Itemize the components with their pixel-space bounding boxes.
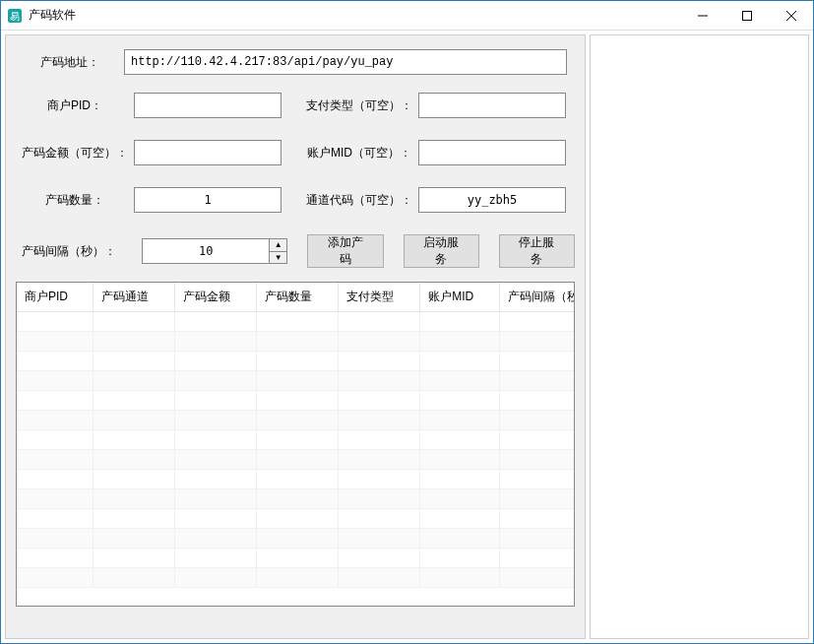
table-cell xyxy=(17,470,93,489)
table-cell xyxy=(420,352,500,371)
merchant-pid-input[interactable] xyxy=(134,93,282,118)
spinner-down-icon[interactable]: ▼ xyxy=(270,252,286,264)
table-cell xyxy=(499,489,574,509)
table-cell xyxy=(17,391,93,411)
table-cell xyxy=(93,548,174,568)
table-cell xyxy=(174,332,256,352)
channel-code-label: 通道代码（可空）： xyxy=(300,192,418,209)
column-header[interactable]: 商户PID xyxy=(17,283,93,312)
column-header[interactable]: 产码金额 xyxy=(174,283,256,312)
table-cell xyxy=(17,568,93,588)
table-cell xyxy=(499,509,574,529)
table-cell xyxy=(174,509,256,529)
table-cell xyxy=(174,430,256,450)
table-row[interactable] xyxy=(17,391,574,411)
svg-text:易: 易 xyxy=(10,11,20,22)
table-row[interactable] xyxy=(17,332,574,352)
table-cell xyxy=(499,312,574,332)
stop-button[interactable]: 停止服务 xyxy=(499,234,575,268)
table-cell xyxy=(17,529,93,548)
pay-type-input[interactable] xyxy=(418,93,566,118)
table-cell xyxy=(257,450,339,470)
table-cell xyxy=(420,450,500,470)
start-button[interactable]: 启动服务 xyxy=(404,234,479,268)
table-cell xyxy=(420,529,500,548)
table-cell xyxy=(420,371,500,391)
close-button[interactable] xyxy=(769,1,813,31)
table-row[interactable] xyxy=(17,352,574,371)
table-scroll[interactable]: 商户PID产码通道产码金额产码数量支付类型账户MID产码间隔（秒） xyxy=(17,283,574,606)
titlebar: 易 产码软件 xyxy=(1,1,813,31)
spinner-up-icon[interactable]: ▲ xyxy=(270,239,286,252)
table-cell xyxy=(339,352,420,371)
table-cell xyxy=(339,529,420,548)
table-cell xyxy=(17,548,93,568)
table-cell xyxy=(93,312,174,332)
column-header[interactable]: 支付类型 xyxy=(339,283,420,312)
table-cell xyxy=(420,391,500,411)
svg-rect-3 xyxy=(742,11,751,20)
maximize-button[interactable] xyxy=(724,1,769,31)
table-cell xyxy=(174,352,256,371)
minimize-button[interactable] xyxy=(680,1,724,31)
table-cell xyxy=(420,430,500,450)
table-cell xyxy=(17,489,93,509)
table-cell xyxy=(257,568,339,588)
channel-code-input[interactable] xyxy=(418,187,566,213)
table-cell xyxy=(93,332,174,352)
table-row[interactable] xyxy=(17,529,574,548)
add-button[interactable]: 添加产码 xyxy=(307,234,383,268)
table-row[interactable] xyxy=(17,568,574,588)
table-cell xyxy=(93,352,174,371)
column-header[interactable]: 产码间隔（秒） xyxy=(499,283,574,312)
table-row[interactable] xyxy=(17,430,574,450)
table-cell xyxy=(420,470,500,489)
table-cell xyxy=(420,312,500,332)
app-icon: 易 xyxy=(7,8,23,24)
table-cell xyxy=(420,332,500,352)
url-label: 产码地址： xyxy=(16,54,124,71)
table-cell xyxy=(339,548,420,568)
table-cell xyxy=(499,548,574,568)
table-cell xyxy=(17,411,93,430)
table-cell xyxy=(339,568,420,588)
table-cell xyxy=(257,430,339,450)
account-mid-label: 账户MID（可空）： xyxy=(300,145,418,161)
table-row[interactable] xyxy=(17,312,574,332)
table-cell xyxy=(257,470,339,489)
amount-input[interactable] xyxy=(134,140,282,165)
table-cell xyxy=(257,312,339,332)
table-cell xyxy=(17,371,93,391)
account-mid-input[interactable] xyxy=(418,140,566,165)
table-row[interactable] xyxy=(17,470,574,489)
table-cell xyxy=(93,509,174,529)
pay-type-label: 支付类型（可空）： xyxy=(300,97,418,114)
count-label: 产码数量： xyxy=(16,192,134,209)
table-row[interactable] xyxy=(17,371,574,391)
data-table: 商户PID产码通道产码金额产码数量支付类型账户MID产码间隔（秒） xyxy=(16,282,575,607)
table-cell xyxy=(499,470,574,489)
column-header[interactable]: 产码数量 xyxy=(257,283,339,312)
url-input[interactable] xyxy=(124,49,567,75)
interval-spinner[interactable]: ▲ ▼ xyxy=(142,238,287,264)
table-row[interactable] xyxy=(17,489,574,509)
side-panel xyxy=(590,34,809,639)
table-cell xyxy=(174,312,256,332)
table-row[interactable] xyxy=(17,548,574,568)
table-cell xyxy=(339,332,420,352)
table-cell xyxy=(257,529,339,548)
table-cell xyxy=(420,411,500,430)
table-cell xyxy=(499,352,574,371)
table-cell xyxy=(174,450,256,470)
merchant-pid-label: 商户PID： xyxy=(16,97,134,114)
table-row[interactable] xyxy=(17,411,574,430)
column-header[interactable]: 产码通道 xyxy=(93,283,174,312)
table-row[interactable] xyxy=(17,509,574,529)
column-header[interactable]: 账户MID xyxy=(420,283,500,312)
table-cell xyxy=(93,529,174,548)
table-cell xyxy=(93,391,174,411)
count-input[interactable] xyxy=(134,187,282,213)
interval-input[interactable] xyxy=(142,238,270,264)
table-row[interactable] xyxy=(17,450,574,470)
table-cell xyxy=(257,509,339,529)
